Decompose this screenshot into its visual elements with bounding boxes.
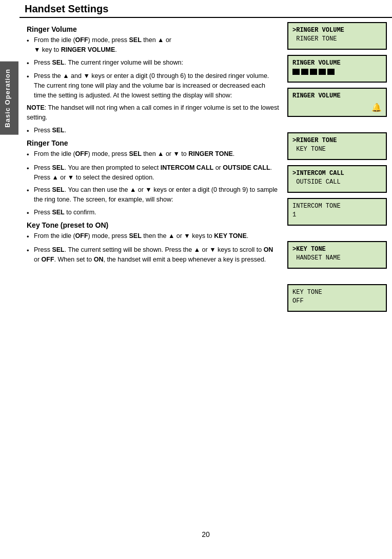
main-content: Handset Settings Ringer Volume • From th…: [19, 0, 392, 559]
spacer-2: [287, 231, 387, 236]
lcd-line-5-1: >INTERCOM CALL: [292, 169, 382, 178]
bullet-text-kt1: From the idle (OFF) mode, press SEL then…: [34, 231, 279, 241]
ringer-tone-bullet-4: • Press SEL to confirm.: [27, 208, 279, 218]
lcd-line-6-1: INTERCOM TONE: [292, 202, 382, 211]
bullet-text-rt4: Press SEL to confirm.: [34, 208, 279, 217]
ringer-tone-section: Ringer Tone • From the idle (OFF) mode, …: [27, 139, 279, 218]
ringer-tone-heading: Ringer Tone: [27, 139, 279, 147]
page-footer: 20: [19, 525, 392, 544]
bullet-dot-rt4: •: [27, 208, 34, 218]
sidebar-tab-label: Basic Operation: [0, 62, 18, 135]
lcd-display-5: >INTERCOM CALL OUTSIDE CALL: [287, 165, 387, 193]
lcd-display-2: RINGER VOLUME: [287, 55, 387, 83]
lcd-line-2-1: RINGER VOLUME: [292, 59, 382, 68]
lcd-line-6-2: 1: [292, 211, 382, 219]
bullet-text-rt1: From the idle (OFF) mode, press SEL then…: [34, 149, 279, 159]
ringer-tone-bullet-1: • From the idle (OFF) mode, press SEL th…: [27, 149, 279, 160]
bullet-dot-3: •: [27, 72, 34, 82]
bullet-dot-rt3: •: [27, 186, 34, 196]
bullet-dot-kt2: •: [27, 246, 34, 256]
lcd-display-4: >RINGER TONE KEY TONE: [287, 132, 387, 160]
ringer-tone-bullet-3: • Press SEL. You can then use the ▲ or ▼…: [27, 185, 279, 205]
key-tone-section: Key Tone (preset to ON) • From the idle …: [27, 221, 279, 264]
page-number: 20: [202, 530, 210, 538]
vol-block-4: [319, 69, 326, 75]
lcd-line-7-2: HANDSET NAME: [292, 254, 382, 263]
spacer-3: [287, 274, 387, 279]
bullet-text-3: Press the ▲ and ▼ keys or enter a digit …: [34, 71, 279, 100]
lcd-display-1: >RINGER VOLUME RINGER TONE: [287, 22, 387, 50]
spacer-1: [287, 122, 387, 127]
ringer-volume-heading: Ringer Volume: [27, 25, 279, 33]
lcd-line-5-2: OUTSIDE CALL: [292, 178, 382, 187]
volume-bar: [292, 69, 382, 75]
ringer-volume-note: NOTE: The handset will not ring when a c…: [27, 103, 279, 123]
ringer-volume-bullet-2: • Press SEL. The current ringer volume w…: [27, 58, 279, 69]
bullet-dot-1: •: [27, 36, 34, 46]
vol-block-3: [310, 69, 317, 75]
bullet-text-2: Press SEL. The current ringer volume wil…: [34, 58, 279, 68]
lcd-display-6: INTERCOM TONE 1: [287, 198, 387, 226]
key-tone-bullet-1: • From the idle (OFF) mode, press SEL th…: [27, 231, 279, 242]
bullet-text-kt2: Press SEL. The current setting will be s…: [34, 245, 279, 265]
lcd-line-4-1: >RINGER TONE: [292, 136, 382, 145]
lcd-line-4-2: KEY TONE: [292, 145, 382, 154]
left-column: Ringer Volume • From the idle (OFF) mode…: [19, 22, 284, 525]
lcd-display-8: KEY TONE OFF: [287, 284, 387, 312]
key-tone-bullet-2: • Press SEL. The current setting will be…: [27, 245, 279, 265]
key-tone-heading: Key Tone (preset to ON): [27, 221, 279, 229]
bullet-text-1: From the idle (OFF) mode, press SEL then…: [34, 35, 279, 55]
two-col-layout: Ringer Volume • From the idle (OFF) mode…: [19, 18, 392, 525]
bullet-text-press-sel: Press SEL.: [34, 126, 279, 135]
page-wrapper: Basic Operation Handset Settings Ringer …: [0, 0, 392, 559]
bell-icon: 🔔: [292, 103, 382, 113]
lcd-line-3-1: RINGER VOLUME: [292, 92, 382, 101]
page-header: Handset Settings: [19, 0, 392, 18]
ringer-volume-press-sel: • Press SEL.: [27, 126, 279, 136]
lcd-display-3: RINGER VOLUME 🔔: [287, 88, 387, 117]
lcd-display-7: >KEY TONE HANDSET NAME: [287, 241, 387, 269]
vol-block-1: [292, 69, 300, 75]
bullet-dot-2: •: [27, 58, 34, 69]
page-title: Handset Settings: [25, 3, 108, 14]
right-column: >RINGER VOLUME RINGER TONE RINGER VOLUME: [284, 22, 392, 525]
ringer-tone-bullet-2: • Press SEL. You are then prompted to se…: [27, 163, 279, 183]
bullet-dot-press-sel: •: [27, 126, 34, 136]
bullet-text-rt2: Press SEL. You are then prompted to sele…: [34, 163, 279, 183]
bullet-dot-rt1: •: [27, 150, 34, 160]
lcd-line-1-1: >RINGER VOLUME: [292, 26, 382, 35]
ringer-volume-section: Ringer Volume • From the idle (OFF) mode…: [27, 25, 279, 136]
ringer-volume-bullet-1: • From the idle (OFF) mode, press SEL th…: [27, 35, 279, 55]
bullet-dot-rt2: •: [27, 164, 34, 174]
vol-block-2: [301, 69, 308, 75]
bullet-dot-kt1: •: [27, 232, 34, 242]
lcd-line-7-1: >KEY TONE: [292, 245, 382, 254]
bullet-text-rt3: Press SEL. You can then use the ▲ or ▼ k…: [34, 185, 279, 205]
lcd-line-8-2: OFF: [292, 297, 382, 306]
lcd-line-8-1: KEY TONE: [292, 288, 382, 297]
lcd-line-1-2: RINGER TONE: [292, 35, 382, 44]
vol-block-5: [327, 69, 335, 75]
sidebar: Basic Operation: [0, 0, 19, 559]
ringer-volume-bullet-3: • Press the ▲ and ▼ keys or enter a digi…: [27, 71, 279, 100]
